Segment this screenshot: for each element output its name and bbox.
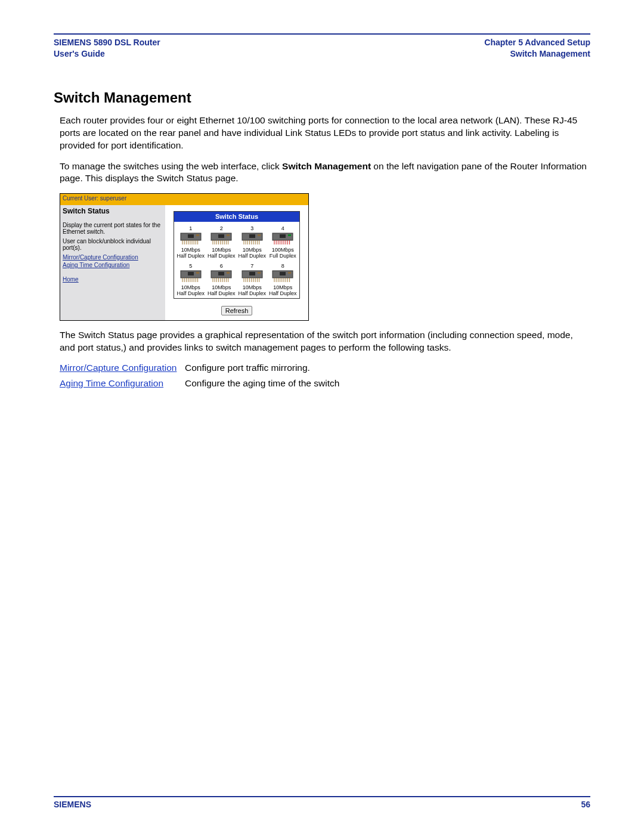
port-1[interactable]: 110MbpsHalf Duplex bbox=[175, 225, 206, 259]
svg-rect-26 bbox=[258, 234, 261, 236]
port-duplex: Half Duplex bbox=[237, 290, 268, 296]
svg-rect-14 bbox=[227, 234, 230, 236]
svg-rect-25 bbox=[249, 234, 255, 238]
port-number: 5 bbox=[175, 263, 206, 269]
port-duplex: Half Duplex bbox=[237, 253, 268, 259]
footer-page: 56 bbox=[581, 800, 590, 809]
paragraph-1: Each router provides four or eight Ether… bbox=[60, 114, 590, 152]
port-speed: 10Mbps bbox=[237, 284, 268, 290]
header-section: Switch Management bbox=[484, 48, 590, 60]
svg-rect-74 bbox=[258, 272, 261, 274]
svg-rect-62 bbox=[227, 272, 230, 274]
port-duplex: Half Duplex bbox=[206, 290, 237, 296]
svg-rect-49 bbox=[188, 272, 194, 275]
svg-rect-2 bbox=[196, 234, 199, 236]
svg-rect-86 bbox=[288, 272, 291, 274]
svg-rect-38 bbox=[288, 234, 291, 236]
ethernet-port-icon bbox=[242, 270, 263, 283]
list-item: Mirror/Capture ConfigurationConfigure po… bbox=[60, 363, 590, 373]
port-8[interactable]: 810MbpsHalf Duplex bbox=[268, 263, 299, 297]
port-3[interactable]: 310MbpsHalf Duplex bbox=[237, 225, 268, 259]
page-header: SIEMENS 5890 DSL Router User's Guide Cha… bbox=[54, 35, 590, 62]
sidebar-link-home[interactable]: Home bbox=[63, 276, 163, 283]
port-speed: 10Mbps bbox=[268, 284, 299, 290]
ethernet-port-icon bbox=[210, 270, 232, 283]
sidebar-title: Switch Status bbox=[63, 205, 163, 219]
port-speed: 10Mbps bbox=[206, 247, 237, 253]
config-link-desc: Configure the aging time of the switch bbox=[185, 378, 339, 389]
ethernet-port-icon bbox=[242, 233, 263, 246]
port-duplex: Half Duplex bbox=[206, 253, 237, 259]
panel-title: Switch Status bbox=[174, 212, 299, 222]
svg-rect-85 bbox=[280, 272, 286, 275]
list-item: Aging Time ConfigurationConfigure the ag… bbox=[60, 378, 590, 389]
svg-rect-37 bbox=[280, 234, 286, 238]
port-4[interactable]: 4100MbpsFull Duplex bbox=[268, 225, 299, 259]
port-duplex: Half Duplex bbox=[175, 290, 206, 296]
ethernet-port-icon bbox=[272, 270, 293, 283]
page-footer: SIEMENS 56 bbox=[54, 797, 590, 809]
svg-rect-13 bbox=[218, 234, 224, 238]
port-number: 4 bbox=[268, 225, 299, 231]
port-7[interactable]: 710MbpsHalf Duplex bbox=[237, 263, 268, 297]
ethernet-port-icon bbox=[210, 233, 232, 246]
paragraph-2: To manage the switches using the web int… bbox=[60, 160, 590, 185]
port-number: 6 bbox=[206, 263, 237, 269]
ethernet-port-icon bbox=[180, 233, 202, 246]
svg-rect-50 bbox=[196, 272, 199, 274]
footer-brand: SIEMENS bbox=[54, 800, 91, 809]
port-number: 7 bbox=[237, 263, 268, 269]
port-speed: 10Mbps bbox=[237, 247, 268, 253]
config-link[interactable]: Mirror/Capture Configuration bbox=[60, 363, 185, 373]
switch-status-screenshot: Current User: superuser Switch Status Di… bbox=[60, 193, 309, 321]
port-6[interactable]: 610MbpsHalf Duplex bbox=[206, 263, 237, 297]
screenshot-sidebar: Switch Status Display the current port s… bbox=[60, 205, 165, 320]
current-user-bar: Current User: superuser bbox=[60, 194, 308, 203]
sidebar-text-1: Display the current port states for the … bbox=[63, 222, 163, 236]
sidebar-text-2: User can block/unblock individual port(s… bbox=[63, 238, 163, 252]
port-speed: 10Mbps bbox=[206, 284, 237, 290]
port-duplex: Full Duplex bbox=[268, 253, 299, 259]
svg-rect-1 bbox=[188, 234, 194, 238]
section-heading: Switch Management bbox=[54, 89, 590, 106]
config-link[interactable]: Aging Time Configuration bbox=[60, 378, 185, 389]
sidebar-link-mirror[interactable]: Mirror/Capture Configuration bbox=[63, 254, 163, 261]
port-speed: 10Mbps bbox=[175, 284, 206, 290]
port-5[interactable]: 510MbpsHalf Duplex bbox=[175, 263, 206, 297]
port-number: 1 bbox=[175, 225, 206, 231]
ethernet-port-icon bbox=[272, 233, 293, 246]
header-product: SIEMENS 5890 DSL Router bbox=[54, 37, 160, 48]
port-speed: 100Mbps bbox=[268, 247, 299, 253]
ethernet-port-icon bbox=[180, 270, 202, 283]
port-2[interactable]: 210MbpsHalf Duplex bbox=[206, 225, 237, 259]
port-speed: 10Mbps bbox=[175, 247, 206, 253]
sidebar-link-aging[interactable]: Aging Time Configuration bbox=[63, 262, 163, 269]
refresh-button[interactable]: Refresh bbox=[221, 306, 253, 316]
switch-status-panel: Switch Status 110MbpsHalf Duplex210MbpsH… bbox=[174, 211, 300, 299]
port-number: 3 bbox=[237, 225, 268, 231]
paragraph-3: The Switch Status page provides a graphi… bbox=[60, 329, 590, 354]
header-chapter: Chapter 5 Advanced Setup bbox=[484, 37, 590, 48]
svg-rect-61 bbox=[218, 272, 224, 275]
port-number: 8 bbox=[268, 263, 299, 269]
svg-rect-73 bbox=[249, 272, 255, 275]
config-link-desc: Configure port traffic mirroring. bbox=[185, 363, 310, 373]
port-duplex: Half Duplex bbox=[268, 290, 299, 296]
port-duplex: Half Duplex bbox=[175, 253, 206, 259]
header-doc: User's Guide bbox=[54, 48, 160, 60]
config-links-list: Mirror/Capture ConfigurationConfigure po… bbox=[60, 363, 590, 389]
port-number: 2 bbox=[206, 225, 237, 231]
